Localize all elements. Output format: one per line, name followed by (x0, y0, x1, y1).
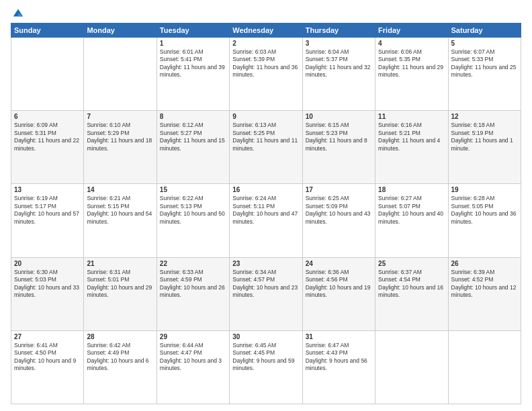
day-number: 1 (160, 40, 226, 47)
calendar-cell: 27Sunrise: 6:41 AMSunset: 4:50 PMDayligh… (11, 330, 84, 404)
day-number: 13 (14, 186, 81, 193)
day-number: 21 (87, 260, 153, 267)
calendar-week-row: 13Sunrise: 6:19 AMSunset: 5:17 PMDayligh… (11, 184, 521, 257)
day-info: Sunrise: 6:07 AMSunset: 5:33 PMDaylight:… (451, 48, 518, 79)
day-info: Sunrise: 6:44 AMSunset: 4:47 PMDaylight:… (160, 342, 226, 373)
calendar-week-row: 6Sunrise: 6:09 AMSunset: 5:31 PMDaylight… (11, 111, 521, 184)
day-number: 28 (87, 333, 153, 340)
weekday-header-saturday: Saturday (448, 24, 521, 38)
day-number: 11 (378, 113, 445, 120)
day-number: 8 (160, 113, 226, 120)
day-info: Sunrise: 6:42 AMSunset: 4:49 PMDaylight:… (87, 342, 153, 373)
day-number: 12 (451, 113, 518, 120)
day-info: Sunrise: 6:25 AMSunset: 5:09 PMDaylight:… (306, 195, 372, 226)
day-number: 31 (306, 333, 372, 340)
calendar-cell: 19Sunrise: 6:28 AMSunset: 5:05 PMDayligh… (448, 184, 521, 257)
calendar-cell: 23Sunrise: 6:34 AMSunset: 4:57 PMDayligh… (230, 257, 302, 330)
day-info: Sunrise: 6:45 AMSunset: 4:45 PMDaylight:… (232, 342, 299, 373)
day-number: 27 (14, 333, 81, 340)
calendar-cell: 7Sunrise: 6:10 AMSunset: 5:29 PMDaylight… (84, 111, 157, 184)
day-info: Sunrise: 6:36 AMSunset: 4:56 PMDaylight:… (306, 269, 372, 300)
calendar-cell: 1Sunrise: 6:01 AMSunset: 5:41 PMDaylight… (157, 38, 229, 111)
day-info: Sunrise: 6:12 AMSunset: 5:27 PMDaylight:… (160, 122, 226, 152)
day-info: Sunrise: 6:34 AMSunset: 4:57 PMDaylight:… (232, 269, 299, 300)
calendar-week-row: 20Sunrise: 6:30 AMSunset: 5:03 PMDayligh… (11, 257, 521, 330)
day-number: 2 (232, 40, 299, 47)
day-number: 7 (87, 113, 153, 120)
calendar-cell (375, 330, 448, 404)
day-info: Sunrise: 6:06 AMSunset: 5:35 PMDaylight:… (378, 48, 445, 79)
day-number: 6 (14, 113, 81, 120)
day-info: Sunrise: 6:37 AMSunset: 4:54 PMDaylight:… (378, 269, 445, 300)
calendar-cell: 15Sunrise: 6:22 AMSunset: 5:13 PMDayligh… (157, 184, 229, 257)
day-number: 9 (232, 113, 299, 120)
day-info: Sunrise: 6:13 AMSunset: 5:25 PMDaylight:… (232, 122, 299, 152)
calendar-cell: 18Sunrise: 6:27 AMSunset: 5:07 PMDayligh… (375, 184, 448, 257)
day-number: 25 (378, 260, 445, 267)
day-number: 15 (160, 186, 226, 193)
calendar-cell (11, 38, 84, 111)
day-number: 10 (306, 113, 372, 120)
day-number: 26 (451, 260, 518, 267)
day-info: Sunrise: 6:39 AMSunset: 4:52 PMDaylight:… (451, 269, 518, 300)
logo (11, 7, 24, 19)
day-info: Sunrise: 6:31 AMSunset: 5:01 PMDaylight:… (87, 269, 153, 300)
calendar-cell: 12Sunrise: 6:18 AMSunset: 5:19 PMDayligh… (448, 111, 521, 184)
calendar-cell: 21Sunrise: 6:31 AMSunset: 5:01 PMDayligh… (84, 257, 157, 330)
day-info: Sunrise: 6:28 AMSunset: 5:05 PMDaylight:… (451, 195, 518, 226)
day-number: 4 (378, 40, 445, 47)
day-number: 30 (232, 333, 299, 340)
day-info: Sunrise: 6:22 AMSunset: 5:13 PMDaylight:… (160, 195, 226, 226)
calendar-table: SundayMondayTuesdayWednesdayThursdayFrid… (11, 23, 521, 404)
calendar-cell: 24Sunrise: 6:36 AMSunset: 4:56 PMDayligh… (302, 257, 375, 330)
day-info: Sunrise: 6:18 AMSunset: 5:19 PMDaylight:… (451, 122, 518, 152)
day-info: Sunrise: 6:27 AMSunset: 5:07 PMDaylight:… (378, 195, 445, 226)
calendar-cell: 26Sunrise: 6:39 AMSunset: 4:52 PMDayligh… (448, 257, 521, 330)
day-number: 17 (306, 186, 372, 193)
calendar-cell: 11Sunrise: 6:16 AMSunset: 5:21 PMDayligh… (375, 111, 448, 184)
weekday-header-sunday: Sunday (11, 24, 84, 38)
day-number: 29 (160, 333, 226, 340)
calendar-cell: 29Sunrise: 6:44 AMSunset: 4:47 PMDayligh… (157, 330, 229, 404)
calendar-cell: 25Sunrise: 6:37 AMSunset: 4:54 PMDayligh… (375, 257, 448, 330)
day-number: 3 (306, 40, 372, 47)
calendar-cell: 4Sunrise: 6:06 AMSunset: 5:35 PMDaylight… (375, 38, 448, 111)
calendar-cell: 28Sunrise: 6:42 AMSunset: 4:49 PMDayligh… (84, 330, 157, 404)
calendar-cell: 14Sunrise: 6:21 AMSunset: 5:15 PMDayligh… (84, 184, 157, 257)
calendar-cell: 8Sunrise: 6:12 AMSunset: 5:27 PMDaylight… (157, 111, 229, 184)
day-number: 14 (87, 186, 153, 193)
weekday-header-tuesday: Tuesday (157, 24, 229, 38)
day-info: Sunrise: 6:19 AMSunset: 5:17 PMDaylight:… (14, 195, 81, 226)
calendar-cell: 5Sunrise: 6:07 AMSunset: 5:33 PMDaylight… (448, 38, 521, 111)
calendar-cell: 20Sunrise: 6:30 AMSunset: 5:03 PMDayligh… (11, 257, 84, 330)
calendar-cell: 3Sunrise: 6:04 AMSunset: 5:37 PMDaylight… (302, 38, 375, 111)
day-info: Sunrise: 6:15 AMSunset: 5:23 PMDaylight:… (306, 122, 372, 152)
day-info: Sunrise: 6:09 AMSunset: 5:31 PMDaylight:… (14, 122, 81, 152)
day-number: 20 (14, 260, 81, 267)
weekday-header-monday: Monday (84, 24, 157, 38)
weekday-header-row: SundayMondayTuesdayWednesdayThursdayFrid… (11, 24, 521, 38)
day-info: Sunrise: 6:01 AMSunset: 5:41 PMDaylight:… (160, 48, 226, 79)
header (11, 7, 521, 19)
day-info: Sunrise: 6:33 AMSunset: 4:59 PMDaylight:… (160, 269, 226, 300)
day-number: 16 (232, 186, 299, 193)
day-number: 5 (451, 40, 518, 47)
calendar-cell (448, 330, 521, 404)
calendar-cell (84, 38, 157, 111)
day-number: 22 (160, 260, 226, 267)
calendar-cell: 10Sunrise: 6:15 AMSunset: 5:23 PMDayligh… (302, 111, 375, 184)
day-info: Sunrise: 6:30 AMSunset: 5:03 PMDaylight:… (14, 269, 81, 300)
logo-icon (12, 7, 24, 19)
calendar-cell: 22Sunrise: 6:33 AMSunset: 4:59 PMDayligh… (157, 257, 229, 330)
calendar-cell: 9Sunrise: 6:13 AMSunset: 5:25 PMDaylight… (230, 111, 302, 184)
day-info: Sunrise: 6:04 AMSunset: 5:37 PMDaylight:… (306, 48, 372, 79)
day-info: Sunrise: 6:24 AMSunset: 5:11 PMDaylight:… (232, 195, 299, 226)
day-number: 19 (451, 186, 518, 193)
weekday-header-wednesday: Wednesday (230, 24, 302, 38)
page: SundayMondayTuesdayWednesdayThursdayFrid… (0, 0, 532, 411)
day-info: Sunrise: 6:16 AMSunset: 5:21 PMDaylight:… (378, 122, 445, 152)
day-info: Sunrise: 6:10 AMSunset: 5:29 PMDaylight:… (87, 122, 153, 152)
calendar-cell: 6Sunrise: 6:09 AMSunset: 5:31 PMDaylight… (11, 111, 84, 184)
calendar-cell: 2Sunrise: 6:03 AMSunset: 5:39 PMDaylight… (230, 38, 302, 111)
calendar-week-row: 1Sunrise: 6:01 AMSunset: 5:41 PMDaylight… (11, 38, 521, 111)
